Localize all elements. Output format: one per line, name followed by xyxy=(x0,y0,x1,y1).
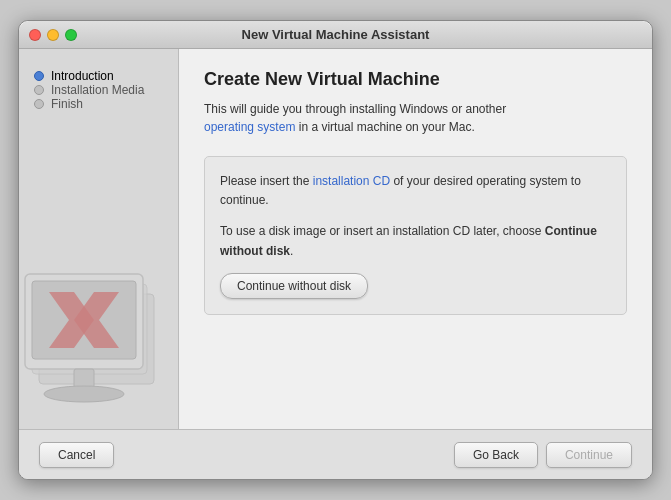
window-title: New Virtual Machine Assistant xyxy=(242,27,430,42)
desc-highlight: operating system xyxy=(204,120,295,134)
info-paragraph-1: Please insert the installation CD of you… xyxy=(220,172,611,210)
step-dot-finish xyxy=(34,99,44,109)
sidebar-item-installation-media[interactable]: Installation Media xyxy=(34,83,163,97)
step-dot-installation-media xyxy=(34,85,44,95)
info-paragraph-2: To use a disk image or insert an install… xyxy=(220,222,611,260)
desc-text-3: in a virtual machine on your Mac. xyxy=(295,120,474,134)
cancel-button[interactable]: Cancel xyxy=(39,442,114,468)
footer: Cancel Go Back Continue xyxy=(19,429,652,479)
close-button[interactable] xyxy=(29,29,41,41)
title-bar: New Virtual Machine Assistant xyxy=(19,21,652,49)
info-box: Please insert the installation CD of you… xyxy=(204,156,627,315)
content-area: Introduction Installation Media Finish xyxy=(19,49,652,429)
footer-right: Go Back Continue xyxy=(454,442,632,468)
main-panel: Create New Virtual Machine This will gui… xyxy=(179,49,652,429)
info-highlight-continue: Continue without disk xyxy=(220,224,597,257)
svg-point-5 xyxy=(44,386,124,402)
traffic-lights xyxy=(29,29,77,41)
step-label-introduction: Introduction xyxy=(51,69,114,83)
sidebar-item-introduction[interactable]: Introduction xyxy=(34,69,163,83)
vmware-logo xyxy=(24,234,174,424)
minimize-button[interactable] xyxy=(47,29,59,41)
go-back-button[interactable]: Go Back xyxy=(454,442,538,468)
footer-left: Cancel xyxy=(39,442,114,468)
step-dot-introduction xyxy=(34,71,44,81)
desc-text-1: This will guide you through installing W… xyxy=(204,102,506,116)
step-label-installation-media: Installation Media xyxy=(51,83,144,97)
maximize-button[interactable] xyxy=(65,29,77,41)
sidebar-steps: Introduction Installation Media Finish xyxy=(34,69,163,111)
main-description: This will guide you through installing W… xyxy=(204,100,627,136)
window: New Virtual Machine Assistant Introducti… xyxy=(18,20,653,480)
sidebar: Introduction Installation Media Finish xyxy=(19,49,179,429)
info-highlight-cd: installation CD xyxy=(313,174,390,188)
continue-button[interactable]: Continue xyxy=(546,442,632,468)
sidebar-item-finish[interactable]: Finish xyxy=(34,97,163,111)
step-label-finish: Finish xyxy=(51,97,83,111)
continue-without-disk-button[interactable]: Continue without disk xyxy=(220,273,368,299)
main-title: Create New Virtual Machine xyxy=(204,69,627,90)
